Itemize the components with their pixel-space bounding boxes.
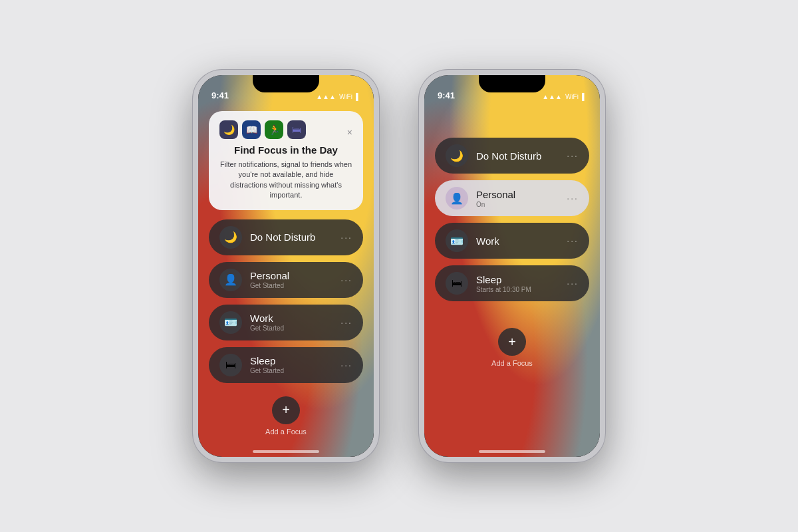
- focus-item-personal-left[interactable]: 👤 Personal Get Started ···: [209, 262, 363, 298]
- add-focus-right[interactable]: + Add a Focus: [491, 328, 533, 367]
- focus-item-personal-right[interactable]: 👤 Personal On ···: [435, 180, 589, 216]
- focus-more-dnd-left[interactable]: ···: [340, 232, 352, 243]
- wifi-icon-right: WiFi: [565, 93, 579, 100]
- add-focus-label-right: Add a Focus: [491, 359, 533, 367]
- screen-content-right: 🌙 Do Not Disturb ··· 👤 Personal On ···: [424, 104, 600, 457]
- focus-more-personal-right[interactable]: ···: [567, 193, 579, 203]
- notch-right: [479, 75, 545, 92]
- focus-item-work-left[interactable]: 🪪 Work Get Started ···: [209, 305, 363, 340]
- personal-icon-left: 👤: [219, 269, 242, 291]
- sleep-icon-left: 🛏: [219, 354, 242, 376]
- focus-item-do-not-disturb-left[interactable]: 🌙 Do Not Disturb ···: [209, 219, 363, 255]
- tip-card-description: Filter notifications, signal to friends …: [219, 160, 352, 201]
- focus-more-work-right[interactable]: ···: [567, 235, 579, 246]
- focus-subtitle-personal-left: Get Started: [250, 282, 340, 289]
- focus-name-sleep-left: Sleep: [250, 355, 340, 366]
- battery-icon: ▌: [356, 93, 360, 100]
- focus-more-personal-left[interactable]: ···: [340, 275, 352, 285]
- focus-item-sleep-left[interactable]: 🛏 Sleep Get Started ···: [209, 347, 363, 383]
- home-indicator-left: [253, 450, 319, 453]
- focus-name-personal-right: Personal: [476, 189, 567, 200]
- focus-more-work-left[interactable]: ···: [340, 317, 352, 328]
- do-not-disturb-icon-right: 🌙: [446, 144, 468, 167]
- sleep-icon-right: 🛏: [446, 272, 468, 295]
- focus-item-sleep-right[interactable]: 🛏 Sleep Starts at 10:30 PM ···: [435, 265, 589, 301]
- focus-text-work-left: Work Get Started: [250, 313, 340, 332]
- focus-more-sleep-right[interactable]: ···: [567, 278, 579, 289]
- focus-text-sleep-right: Sleep Starts at 10:30 PM: [476, 274, 567, 293]
- screen-content-left: 🌙 📖 🏃 🛏 × Find Focus in the Day Filter n…: [198, 104, 374, 457]
- work-icon-right: 🪪: [446, 229, 468, 252]
- battery-icon-right: ▌: [582, 93, 587, 100]
- status-icons-left: ▲▲▲ WiFi ▌: [316, 93, 360, 100]
- phone-frame-right: 9:41 ▲▲▲ WiFi ▌ 🌙 Do Not Disturb ··· 👤: [419, 70, 605, 462]
- do-not-disturb-icon: 🌙: [219, 226, 242, 249]
- status-time-right: 9:41: [438, 90, 455, 100]
- add-focus-circle-left[interactable]: +: [272, 396, 300, 424]
- notch-left: [253, 75, 319, 92]
- status-time-left: 9:41: [211, 90, 229, 100]
- focus-more-sleep-left[interactable]: ···: [340, 360, 352, 370]
- phone-frame-left: 9:41 ▲▲▲ WiFi ▌ 🌙 📖 🏃 🛏 ×: [193, 70, 379, 462]
- personal-icon-right: 👤: [446, 187, 468, 209]
- focus-text-personal-left: Personal Get Started: [250, 270, 340, 289]
- add-focus-label-left: Add a Focus: [265, 428, 307, 436]
- sleep-mode-icon: 🛏: [287, 120, 306, 139]
- tip-close-button[interactable]: ×: [347, 127, 352, 138]
- add-focus-left[interactable]: + Add a Focus: [265, 396, 307, 436]
- wifi-icon: WiFi: [339, 93, 352, 100]
- focus-subtitle-work-left: Get Started: [250, 325, 340, 332]
- work-icon-left: 🪪: [219, 311, 242, 334]
- signal-icon: ▲▲▲: [316, 93, 336, 100]
- book-icon: 📖: [242, 120, 261, 139]
- focus-text-sleep-left: Sleep Get Started: [250, 355, 340, 374]
- focus-text-personal-right: Personal On: [476, 189, 567, 208]
- focus-subtitle-sleep-right: Starts at 10:30 PM: [476, 286, 567, 293]
- focus-name-dnd-left: Do Not Disturb: [250, 231, 340, 243]
- focus-name-dnd-right: Do Not Disturb: [476, 150, 567, 162]
- focus-item-work-right[interactable]: 🪪 Work ···: [435, 223, 589, 259]
- signal-icon-right: ▲▲▲: [542, 93, 562, 100]
- left-phone: 9:41 ▲▲▲ WiFi ▌ 🌙 📖 🏃 🛏 ×: [193, 70, 379, 462]
- home-indicator-right: [479, 450, 545, 453]
- focus-name-sleep-right: Sleep: [476, 274, 567, 285]
- focus-more-dnd-right[interactable]: ···: [567, 150, 579, 161]
- focus-text-work-right: Work: [476, 235, 567, 247]
- focus-name-work-left: Work: [250, 313, 340, 324]
- right-phone: 9:41 ▲▲▲ WiFi ▌ 🌙 Do Not Disturb ··· 👤: [419, 70, 605, 462]
- focus-item-do-not-disturb-right[interactable]: 🌙 Do Not Disturb ···: [435, 138, 589, 174]
- focus-subtitle-personal-right: On: [476, 201, 567, 208]
- focus-text-dnd-right: Do Not Disturb: [476, 150, 567, 162]
- tip-card-icons: 🌙 📖 🏃 🛏: [219, 120, 306, 139]
- focus-name-work-right: Work: [476, 235, 567, 247]
- run-icon: 🏃: [265, 120, 283, 139]
- tip-card-title: Find Focus in the Day: [219, 144, 352, 156]
- status-icons-right: ▲▲▲ WiFi ▌: [542, 93, 587, 100]
- tip-card: 🌙 📖 🏃 🛏 × Find Focus in the Day Filter n…: [209, 111, 363, 210]
- focus-name-personal-left: Personal: [250, 270, 340, 281]
- moon-icon: 🌙: [219, 120, 238, 139]
- focus-subtitle-sleep-left: Get Started: [250, 367, 340, 374]
- focus-text-dnd-left: Do Not Disturb: [250, 231, 340, 243]
- add-focus-circle-right[interactable]: +: [498, 328, 526, 356]
